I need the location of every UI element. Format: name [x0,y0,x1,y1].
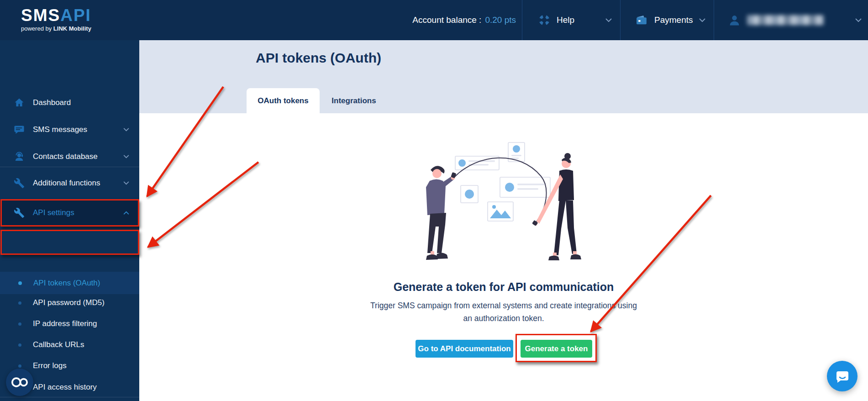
chevron-down-icon [123,155,129,158]
sidebar-subitem-label: IP address filtering [33,319,97,328]
cookie-chain-icon [10,375,30,389]
logo-api: API [60,6,91,25]
page-title: API tokens (OAuth) [256,50,381,66]
chat-bubble-icon [835,369,850,384]
sidebar-item-additional-functions[interactable]: Additional functions [0,173,139,193]
logo-text: SMSAPI [21,6,93,25]
tab-integrations[interactable]: Integrations [320,88,388,113]
user-name-redacted [747,15,824,25]
empty-state-description-line2: an authorization token. [139,314,868,323]
tagline-bold: LINK Mobility [53,25,91,32]
sidebar-subitem-label: API tokens (OAuth) [33,279,100,288]
bullet-icon [18,301,21,305]
chat-icon [14,124,25,135]
sidebar: Dashboard SMS messages Contacts database [0,40,139,401]
wallet-icon [636,15,648,26]
chevron-down-icon [123,181,129,185]
sidebar-item-label: Dashboard [33,98,71,107]
sidebar-subitem-label: Error logs [33,361,67,370]
tagline-normal: powered by [21,25,52,32]
logo-sms: SMS [21,6,60,25]
chevron-down-icon [855,18,862,22]
home-icon [14,97,25,108]
smsapi-logo[interactable]: SMSAPI powered by LINK Mobility [21,6,93,32]
empty-state-description-line1: Trigger SMS campaign from external syste… [139,301,868,311]
sidebar-item-sms-messages[interactable]: SMS messages [0,120,139,140]
account-balance: Account balance : 0.20 pts [397,0,516,40]
help-label: Help [557,15,574,25]
bullet-icon [18,281,22,285]
topbar: SMSAPI powered by LINK Mobility Account … [0,0,868,40]
chevron-down-icon [605,18,612,22]
sidebar-item-api-settings[interactable]: API settings [0,200,139,226]
empty-state-heading: Generate a token for API communication [139,280,868,294]
payments-label: Payments [654,15,693,25]
tab-label: OAuth tokens [258,96,308,106]
wrench-icon [14,178,25,189]
topbar-divider [522,0,522,40]
logo-tagline: powered by LINK Mobility [21,25,93,32]
sidebar-subitem-label: API access history [33,383,97,392]
bullet-icon [18,343,21,347]
sidebar-item-label: API settings [33,208,74,217]
sidebar-subitem-callback-urls[interactable]: Callback URLs [0,336,139,354]
sidebar-subitem-label: API password (MD5) [33,298,105,307]
sidebar-item-label: Contacts database [33,152,98,161]
chevron-up-icon [123,211,129,215]
generate-a-token-button[interactable]: Generate a token [521,340,592,358]
smsapi-app-window: SMSAPI powered by LINK Mobility Account … [0,0,868,401]
account-balance-label: Account balance : [412,15,481,25]
sidebar-subitem-api-password-md5[interactable]: API password (MD5) [0,294,139,312]
sidebar-item-label: Additional functions [33,179,100,188]
sidebar-divider [0,167,139,167]
help-menu[interactable]: Help [532,0,620,40]
topbar-divider [714,0,714,40]
tab-oauth-tokens[interactable]: OAuth tokens [247,88,320,113]
user-avatar-icon [728,14,741,26]
sidebar-item-contacts-database[interactable]: Contacts database [0,147,139,167]
sidebar-subitem-ip-address-filtering[interactable]: IP address filtering [0,315,139,333]
chevron-down-icon [699,18,705,22]
user-account-menu[interactable] [724,0,868,40]
topbar-divider [620,0,621,40]
sidebar-item-dashboard[interactable]: Dashboard [0,93,139,113]
sidebar-item-label: SMS messages [33,125,87,134]
go-to-api-documentation-button[interactable]: Go to API documentation [416,340,513,358]
sidebar-subitem-label: Callback URLs [33,340,84,349]
chevron-down-icon [123,128,129,132]
tab-label: Integrations [331,96,376,106]
chat-launcher-button[interactable] [827,361,857,391]
bullet-icon [18,364,21,368]
contacts-icon [14,151,25,162]
account-balance-value: 0.20 pts [485,15,516,25]
illustration [413,136,596,273]
bullet-icon [18,322,21,326]
empty-state-actions: Go to API documentation Generate a token [416,340,592,358]
help-lifebuoy-icon [538,14,550,26]
sidebar-divider [0,397,139,397]
sidebar-subitem-api-tokens-oauth[interactable]: API tokens (OAuth) [0,272,139,294]
wrench-icon [14,207,25,218]
sidebar-subitem-smpp-settings[interactable]: SMPP Settings [0,399,139,401]
cookie-consent-widget[interactable] [6,369,33,396]
payments-menu[interactable]: Payments [630,0,714,40]
